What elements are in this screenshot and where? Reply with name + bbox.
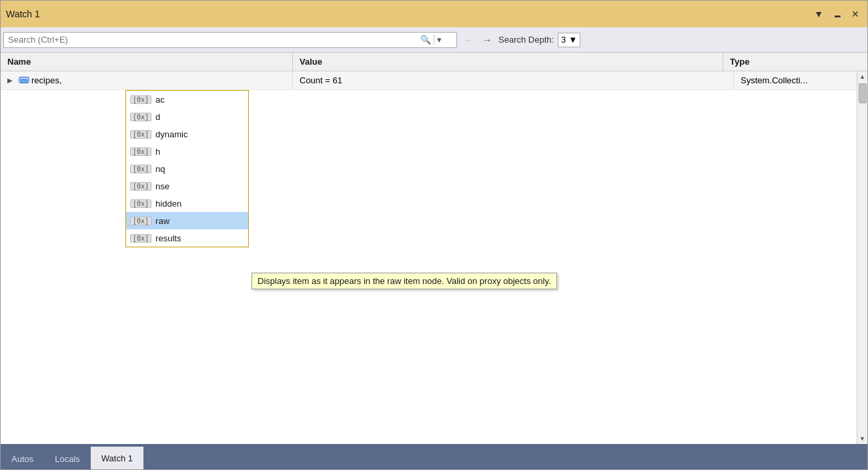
ac-badge: [0x] [130,199,151,208]
table-container: Name Value Type ▶ recipes, Count = 61 Sy… [1,53,867,444]
ac-label: hidden [155,199,181,209]
forward-button[interactable]: → [480,33,494,47]
autocomplete-item[interactable]: [0x]nse [126,177,248,195]
ac-label: nse [155,181,169,191]
depth-value: 3 [561,35,566,45]
ac-badge: [0x] [130,113,151,121]
row-name: recipes, [31,75,62,85]
column-header-type: Type [723,53,857,71]
watch-window: Watch 1 ▼ 🗕 ✕ 🔍 ▾ ← → Search Depth: 3 ▼ … [0,0,868,470]
table-header: Name Value Type [1,53,867,71]
ac-label: results [155,233,181,243]
scrollbar: ▲ ▼ [857,71,867,444]
column-header-value: Value [293,53,723,71]
expand-arrow[interactable]: ▶ [7,77,15,84]
toolbar: 🔍 ▾ ← → Search Depth: 3 ▼ [1,27,867,53]
depth-label: Search Depth: [498,35,554,45]
column-header-name: Name [1,53,293,71]
ac-badge: [0x] [130,147,151,156]
table-row[interactable]: ▶ recipes, Count = 61 System.Collecti... [1,71,867,90]
close-button[interactable]: ✕ [849,7,862,21]
depth-dropdown-icon: ▼ [568,35,577,45]
ac-badge: [0x] [130,95,151,104]
db-icon [18,76,29,85]
autocomplete-item[interactable]: [0x]ac [126,91,248,108]
cell-name: ▶ recipes, [1,71,293,89]
ac-label: ac [155,95,165,105]
autocomplete-dropdown: [0x]ac[0x]d[0x]dynamic[0x]h[0x]nq[0x]nse… [125,90,249,247]
autocomplete-item[interactable]: [0x]results [126,229,248,247]
ac-badge: [0x] [130,234,151,243]
ac-label: dynamic [155,129,187,139]
tab-autos[interactable]: Autos [1,448,44,469]
search-box: 🔍 ▾ [3,32,457,48]
ac-badge: [0x] [130,130,151,139]
autocomplete-item[interactable]: [0x]d [126,108,248,125]
ac-label: nq [155,164,165,174]
scrollbar-thumb[interactable] [859,83,867,103]
cell-value: Count = 61 [293,71,734,89]
back-button[interactable]: ← [461,33,476,47]
window-title: Watch 1 [6,9,40,19]
autocomplete-item[interactable]: [0x]raw [126,212,248,229]
tab-bar: AutosLocalsWatch 1 [1,444,867,469]
pin-button[interactable]: 🗕 [830,7,845,21]
ac-label: h [155,147,160,157]
autocomplete-item[interactable]: [0x]hidden [126,195,248,212]
tab-watch-1[interactable]: Watch 1 [91,447,143,469]
title-controls: ▼ 🗕 ✕ [811,7,862,21]
autocomplete-item[interactable]: [0x]nq [126,160,248,177]
row-value: Count = 61 [300,75,342,85]
dropdown-button[interactable]: ▼ [811,7,826,21]
ac-badge: [0x] [130,182,151,191]
autocomplete-item[interactable]: [0x]dynamic [126,125,248,143]
ac-label: d [155,112,160,122]
tab-locals[interactable]: Locals [44,448,91,469]
tooltip-box: Displays item as it appears in the raw i… [252,273,557,289]
ac-label: raw [155,216,169,226]
ac-badge: [0x] [130,165,151,173]
depth-select[interactable]: 3 ▼ [558,33,580,47]
row-type: System.Collecti... [741,75,807,85]
search-icon[interactable]: 🔍 [418,35,434,45]
cell-type: System.Collecti... [734,71,867,89]
scrollbar-down[interactable]: ▼ [857,433,868,444]
autocomplete-item[interactable]: [0x]h [126,143,248,160]
scrollbar-up[interactable]: ▲ [857,71,868,82]
search-input[interactable] [4,35,418,45]
ac-badge: [0x] [130,217,151,225]
title-bar: Watch 1 ▼ 🗕 ✕ [1,1,867,27]
search-dropdown-icon[interactable]: ▾ [434,35,444,45]
